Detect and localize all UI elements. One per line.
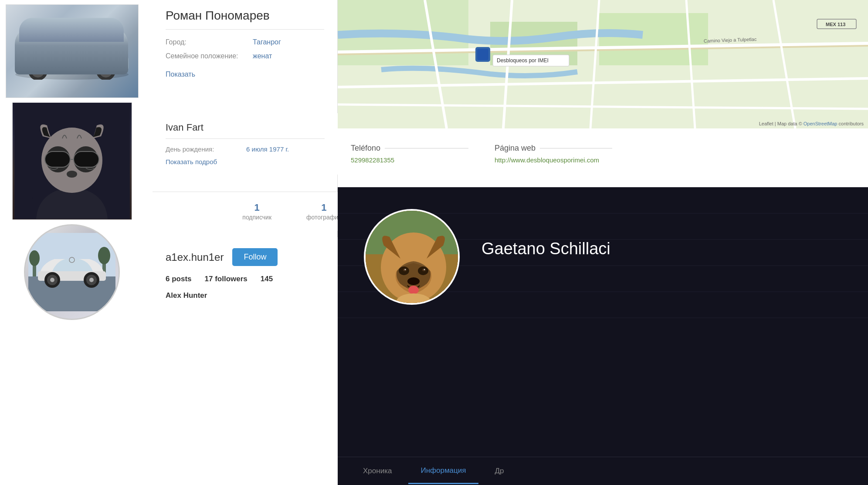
map-attribution: Leaflet | Map data © OpenStreetMap contr… <box>759 121 864 126</box>
svg-rect-17 <box>74 152 99 167</box>
tab-other[interactable]: Др <box>483 459 516 483</box>
instagram-header: a1ex.hun1er Follow <box>166 248 331 266</box>
svg-point-7 <box>102 67 109 74</box>
family-label: Семейное положение: <box>166 52 253 60</box>
tab-chronology[interactable]: Хроника <box>351 459 404 483</box>
city-value[interactable]: Таганрог <box>253 38 281 46</box>
svg-point-67 <box>405 269 406 270</box>
leaflet-credit: Leaflet | Map data © <box>759 121 804 126</box>
dog-name: Gaetano Schillaci <box>481 239 610 258</box>
svg-point-72 <box>408 286 419 294</box>
birthday-label: День рождения: <box>166 145 246 153</box>
birthday-value: 6 июля 1977 г. <box>246 145 289 153</box>
subscribers-label: подписчик <box>242 214 271 221</box>
tab-information[interactable]: Информация <box>408 458 478 484</box>
mercedes-circle-image <box>24 224 120 320</box>
dog-svg <box>366 211 460 305</box>
dog-avatar <box>364 209 460 305</box>
svg-point-9 <box>115 55 122 59</box>
birthday-field: День рождения: 6 июля 1977 г. <box>166 145 325 153</box>
svg-rect-16 <box>45 152 70 167</box>
svg-point-4 <box>34 67 41 74</box>
svg-text:Desbloqueos por IMEI: Desbloqueos por IMEI <box>497 57 549 64</box>
phone-group: Teléfono 529982281355 <box>351 144 468 164</box>
map-section[interactable]: Camino Viejo a Tulpetlac MEX 113 Desbloq… <box>338 0 868 128</box>
phone-label: Teléfono <box>351 144 468 153</box>
instagram-username: a1ex.hun1er <box>166 251 224 263</box>
left-sidebar <box>0 0 144 485</box>
mercedes-svg <box>28 233 115 311</box>
instagram-fullname: Alex Hunter <box>166 291 331 300</box>
svg-point-19 <box>67 171 77 178</box>
raccoon-image <box>12 102 132 220</box>
map-svg: Camino Viejo a Tulpetlac MEX 113 Desbloq… <box>338 0 868 128</box>
show-details-link[interactable]: Показать подроб <box>166 158 325 166</box>
subscribers-stat: 1 подписчик <box>242 202 271 221</box>
photos-label: фотография <box>306 214 342 221</box>
follow-button[interactable]: Follow <box>232 248 278 266</box>
svg-rect-21 <box>28 276 115 311</box>
svg-point-6 <box>99 64 112 77</box>
car-image <box>6 4 139 98</box>
car-svg <box>7 23 137 80</box>
svg-point-29 <box>50 278 54 282</box>
svg-rect-10 <box>15 59 22 65</box>
svg-point-25 <box>98 247 110 264</box>
instagram-stats: 6 posts 17 followers 145 <box>166 275 331 283</box>
svg-rect-1 <box>15 56 129 71</box>
phone-value: 529982281355 <box>351 156 468 164</box>
family-value[interactable]: женат <box>253 52 272 60</box>
web-link[interactable]: http://www.desbloqueosporimei.com <box>495 156 599 164</box>
posts-stat: 6 posts <box>166 275 192 283</box>
svg-point-70 <box>424 269 425 270</box>
photos-count: 1 <box>306 202 342 213</box>
subscribers-count: 1 <box>242 202 271 213</box>
followers-stat: 17 followers <box>205 275 248 283</box>
instagram-section: a1ex.hun1er Follow 6 posts 17 followers … <box>153 237 344 342</box>
svg-point-71 <box>407 277 420 285</box>
svg-rect-8 <box>113 59 121 66</box>
dog-profile-section: Gaetano Schillaci Хроника Информация Др <box>338 187 868 485</box>
web-group: Página web http://www.desbloqueosporimei… <box>495 144 612 164</box>
family-field: Семейное положение: женат <box>166 52 324 60</box>
svg-point-3 <box>31 64 44 77</box>
svg-rect-51 <box>477 49 488 60</box>
svg-point-23 <box>29 250 40 266</box>
contributors-text: contributors <box>837 121 864 126</box>
svg-rect-37 <box>599 13 708 65</box>
dog-profile-tabs: Хроника Информация Др <box>338 457 868 485</box>
web-value[interactable]: http://www.desbloqueosporimei.com <box>495 156 612 164</box>
svg-point-32 <box>89 278 94 282</box>
ivan-profile-section: Ivan Fart День рождения: 6 июля 1977 г. … <box>153 113 338 175</box>
following-stat: 145 <box>261 275 273 283</box>
web-label: Página web <box>495 144 612 153</box>
svg-text:MEX 113: MEX 113 <box>826 22 845 27</box>
raccoon-svg <box>14 104 130 219</box>
roman-profile-name: Роман Пономарев <box>166 9 324 30</box>
osm-credit[interactable]: OpenStreetMap <box>804 121 837 126</box>
contact-section: Teléfono 529982281355 Página web http://… <box>338 135 625 187</box>
photos-stat: 1 фотография <box>306 202 342 221</box>
city-label: Город: <box>166 38 253 46</box>
city-field: Город: Таганрог <box>166 38 324 46</box>
ivan-profile-name: Ivan Fart <box>166 122 325 139</box>
show-more-link[interactable]: Показать <box>166 66 324 78</box>
